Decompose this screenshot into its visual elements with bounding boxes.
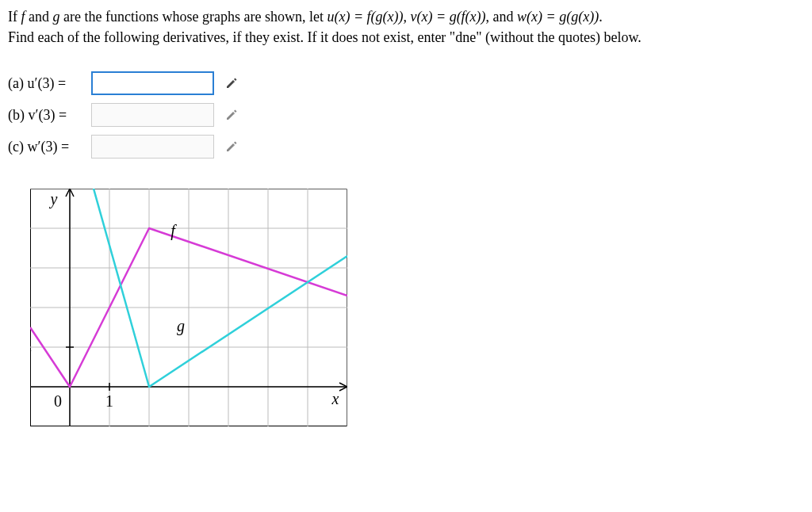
edit-dropdown-a[interactable] <box>219 71 246 95</box>
answer-input-b[interactable] <box>91 103 214 127</box>
answers-block: (a) u′(3) = (b) v′(3) = (c) w′(3) = <box>8 70 804 160</box>
text-line2: Find each of the following derivatives, … <box>8 29 642 45</box>
text: If <box>8 9 21 25</box>
edit-dropdown-b[interactable] <box>219 103 246 127</box>
graph-svg: yfg101x <box>30 189 347 426</box>
svg-text:1: 1 <box>30 337 33 354</box>
text: , and <box>486 9 518 25</box>
svg-text:1: 1 <box>105 392 113 410</box>
text: . <box>599 9 603 25</box>
answer-row-b: (b) v′(3) = <box>8 101 804 128</box>
eq-uvw: u(x) = f(g(x)), v(x) = g(f(x)) <box>327 9 485 25</box>
answer-input-c[interactable] <box>91 135 214 159</box>
answer-label-c: (c) w′(3) = <box>8 136 91 157</box>
svg-text:0: 0 <box>54 392 62 410</box>
answer-input-a[interactable] <box>91 71 214 95</box>
text: and <box>25 9 53 25</box>
text: are the functions whose graphs are shown… <box>60 9 327 25</box>
var-g: g <box>53 9 60 25</box>
answer-row-c: (c) w′(3) = <box>8 133 804 160</box>
pencil-icon <box>225 108 239 122</box>
edit-dropdown-c[interactable] <box>219 135 246 159</box>
svg-text:y: y <box>49 190 58 208</box>
pencil-icon <box>225 76 239 90</box>
answer-label-b: (b) v′(3) = <box>8 105 91 125</box>
answer-label-a: (a) u′(3) = <box>8 73 91 94</box>
problem-statement: If f and g are the functions whose graph… <box>8 6 801 48</box>
svg-text:g: g <box>177 317 185 335</box>
answer-row-a: (a) u′(3) = <box>8 70 804 97</box>
function-graph: yfg101x <box>30 189 804 432</box>
svg-text:x: x <box>331 390 339 407</box>
eq-w: w(x) = g(g(x)) <box>517 9 599 25</box>
pencil-icon <box>225 139 239 154</box>
